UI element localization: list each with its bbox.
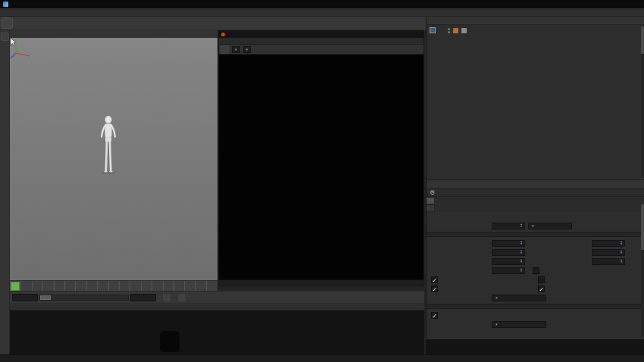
attribute-tab[interactable] [427,204,435,212]
character-model[interactable] [10,38,217,280]
preview-min-input[interactable] [492,258,525,265]
use-animation-checkbox[interactable] [431,276,438,283]
input-profile-dropdown[interactable] [492,321,546,328]
perspective-viewport[interactable] [10,30,217,280]
main-menubar [0,8,644,17]
cinema4d-window [0,0,644,362]
fps-input[interactable] [492,240,525,247]
render-lod-checkbox[interactable] [533,267,539,274]
preview-max-input[interactable] [592,258,625,265]
default-color-dropdown[interactable] [492,295,546,301]
octane-tag-icon[interactable] [453,28,458,33]
attribute-object-title [427,189,644,197]
viewport-menubar [10,30,217,38]
toolbar-icon[interactable] [2,17,13,29]
group-separator [427,232,644,237]
attribute-manager-scrollbar[interactable] [641,204,644,337]
key-icon[interactable] [177,293,186,302]
axis-gizmo [10,38,33,59]
project-settings-icon [430,189,435,196]
timeline-slider-handle[interactable] [40,295,51,300]
section-title [427,212,644,221]
use-deformers-checkbox[interactable] [538,286,545,292]
object-row[interactable] [430,27,467,33]
title-bar [0,0,644,8]
duration-input[interactable] [592,240,625,247]
transport-bar [10,291,424,303]
octane-render-canvas[interactable] [219,55,424,279]
linear-workflow-checkbox[interactable] [431,312,438,319]
mesh-object-icon [430,27,436,33]
group-separator [427,304,644,309]
octane-title-bar[interactable] [219,31,424,38]
octane-quality-dropdown[interactable] [243,46,252,53]
octane-tool-icon[interactable] [220,45,229,54]
scale-input[interactable] [492,223,525,229]
status-bar [0,354,644,362]
main-toolbar [0,17,426,30]
phong-tag-icon[interactable] [461,28,467,33]
max-time-input[interactable] [592,249,625,256]
lod-input[interactable] [492,267,525,274]
octane-toolbar [219,45,424,55]
timeline-slider[interactable] [39,295,129,301]
octane-menubar [219,38,424,45]
end-frame-input[interactable] [130,294,156,301]
subtitle-overlay [160,331,180,352]
bottom-right-corner [426,339,644,354]
attribute-tabs-row2 [427,204,644,212]
use-expressions-checkbox[interactable] [538,276,545,283]
material-menubar [10,303,424,311]
object-manager-scrollbar[interactable] [641,27,644,178]
scale-unit-dropdown[interactable] [528,223,572,229]
viewport-canvas[interactable] [10,38,217,280]
right-panel [426,17,644,339]
plugin-icon[interactable] [11,9,17,15]
material-manager [10,303,424,354]
mode-icon[interactable] [1,33,9,41]
attribute-manager-menubar [427,180,644,189]
current-frame-input[interactable] [12,294,38,301]
timeline-ruler[interactable] [10,280,217,291]
attribute-tab[interactable] [427,197,435,204]
attribute-tabs-row1 [427,197,644,204]
octane-logo-icon [221,33,225,36]
visibility-dots-icon[interactable] [448,28,450,33]
transport-icon[interactable] [162,293,171,302]
min-time-input[interactable] [492,249,525,256]
left-tool-strip [0,30,10,354]
octane-channel-dropdown[interactable] [232,46,240,53]
octane-status-bar [219,279,424,286]
object-manager-menubar [427,17,644,25]
octane-live-viewer [218,30,424,286]
use-generators-checkbox[interactable] [431,286,438,292]
object-manager[interactable] [427,25,644,180]
app-icon [3,2,8,7]
